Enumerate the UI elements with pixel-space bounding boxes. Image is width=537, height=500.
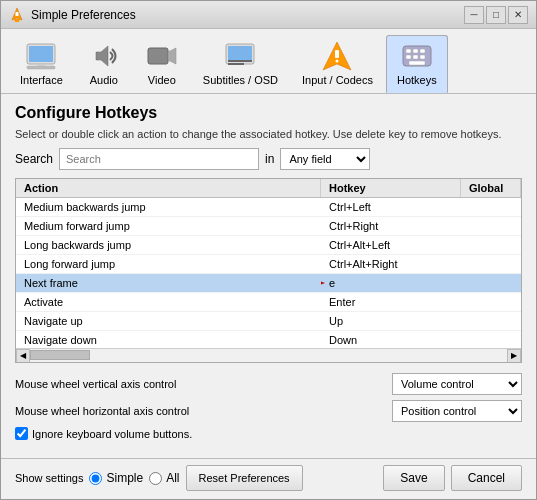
search-input[interactable] [59,148,259,170]
tab-audio[interactable]: Audio [76,35,132,93]
close-button[interactable]: ✕ [508,6,528,24]
reset-preferences-button[interactable]: Reset Preferences [186,465,303,491]
window-title: Simple Preferences [31,8,464,22]
ignore-keyboard-label: Ignore keyboard volume buttons. [32,428,192,440]
search-label: Search [15,152,53,166]
content-area: Configure Hotkeys Select or double click… [1,94,536,458]
nav-tabs: Interface Audio Video [1,29,536,94]
svg-rect-22 [413,55,418,59]
scroll-track [30,349,507,362]
table-body: Medium backwards jump Ctrl+Left Medium f… [16,198,521,348]
svg-rect-8 [148,48,168,64]
global-cell [461,274,521,292]
tab-video[interactable]: Video [134,35,190,93]
action-cell: Activate [16,293,321,311]
svg-rect-15 [335,50,339,58]
search-field-select[interactable]: Any field Action Hotkey [280,148,370,170]
mouse-horizontal-select[interactable]: Position control Volume control None [392,400,522,422]
svg-rect-23 [420,55,425,59]
input-icon [321,40,353,72]
hotkey-cell: Ctrl+Alt+Left [321,236,461,254]
svg-rect-11 [228,46,252,60]
tab-interface[interactable]: Interface [9,35,74,93]
maximize-button[interactable]: □ [486,6,506,24]
col-hotkey: Hotkey [321,179,461,197]
table-row[interactable]: Long forward jump Ctrl+Alt+Right [16,255,521,274]
search-row: Search in Any field Action Hotkey [15,148,522,170]
ignore-keyboard-checkbox[interactable] [15,427,28,440]
page-title: Configure Hotkeys [15,104,522,122]
video-icon [146,40,178,72]
col-global: Global [461,179,521,197]
table-row[interactable]: Navigate up Up [16,312,521,331]
scroll-thumb[interactable] [30,350,90,360]
window-controls: ─ □ ✕ [464,6,528,24]
show-settings-label: Show settings [15,472,83,484]
main-window: Simple Preferences ─ □ ✕ Interface [0,0,537,500]
svg-rect-1 [16,12,19,16]
hotkey-cell: Down [321,331,461,348]
tab-hotkeys[interactable]: Hotkeys [386,35,448,93]
global-cell [461,217,521,235]
mouse-vertical-row: Mouse wheel vertical axis control Volume… [15,373,522,395]
footer-right: Save Cancel [383,465,522,491]
hotkey-cell: e [321,274,461,292]
save-button[interactable]: Save [383,465,444,491]
table-row[interactable]: Medium forward jump Ctrl+Right [16,217,521,236]
red-arrow-icon [321,274,331,292]
table-header: Action Hotkey Global [16,179,521,198]
tab-input-label: Input / Codecs [302,74,373,86]
action-cell: Next frame [16,274,321,292]
table-row-selected[interactable]: Next frame e [16,274,521,293]
tab-input[interactable]: Input / Codecs [291,35,384,93]
action-cell: Long forward jump [16,255,321,273]
svg-rect-24 [409,61,425,65]
subtitles-icon [224,40,256,72]
footer: Show settings Simple All Reset Preferenc… [1,458,536,499]
svg-rect-6 [37,64,45,66]
tab-subtitles[interactable]: Subtitles / OSD [192,35,289,93]
mouse-horizontal-label: Mouse wheel horizontal axis control [15,405,384,417]
global-cell [461,293,521,311]
simple-radio[interactable] [89,472,102,485]
hotkeys-icon [401,40,433,72]
global-cell [461,198,521,216]
action-cell: Navigate down [16,331,321,348]
footer-left: Show settings Simple All Reset Preferenc… [15,465,383,491]
svg-rect-20 [420,49,425,53]
table-row[interactable]: Long backwards jump Ctrl+Alt+Left [16,236,521,255]
window-icon [9,7,25,23]
svg-point-16 [336,60,339,63]
all-label: All [166,471,179,485]
simple-radio-label[interactable]: Simple [89,471,143,485]
svg-rect-21 [406,55,411,59]
hotkey-cell: Up [321,312,461,330]
cancel-button[interactable]: Cancel [451,465,522,491]
tab-hotkeys-label: Hotkeys [397,74,437,86]
col-action: Action [16,179,321,197]
action-cell: Long backwards jump [16,236,321,254]
svg-rect-5 [27,66,55,69]
svg-marker-9 [168,48,176,64]
svg-rect-4 [29,46,53,62]
svg-rect-12 [228,60,252,62]
hotkey-cell: Enter [321,293,461,311]
interface-icon [25,40,57,72]
table-row[interactable]: Navigate down Down [16,331,521,348]
minimize-button[interactable]: ─ [464,6,484,24]
table-row[interactable]: Medium backwards jump Ctrl+Left [16,198,521,217]
svg-marker-2 [14,19,20,22]
scroll-right-btn[interactable]: ▶ [507,349,521,363]
all-radio-label[interactable]: All [149,471,179,485]
scroll-left-btn[interactable]: ◀ [16,349,30,363]
mouse-vertical-select[interactable]: Volume control Position control None [392,373,522,395]
search-in-label: in [265,152,274,166]
hotkey-cell: Ctrl+Alt+Right [321,255,461,273]
table-row[interactable]: Activate Enter [16,293,521,312]
horizontal-scrollbar[interactable]: ◀ ▶ [16,348,521,362]
title-bar: Simple Preferences ─ □ ✕ [1,1,536,29]
tab-audio-label: Audio [90,74,118,86]
ignore-keyboard-row: Ignore keyboard volume buttons. [15,427,522,440]
all-radio[interactable] [149,472,162,485]
hotkey-cell: Ctrl+Right [321,217,461,235]
